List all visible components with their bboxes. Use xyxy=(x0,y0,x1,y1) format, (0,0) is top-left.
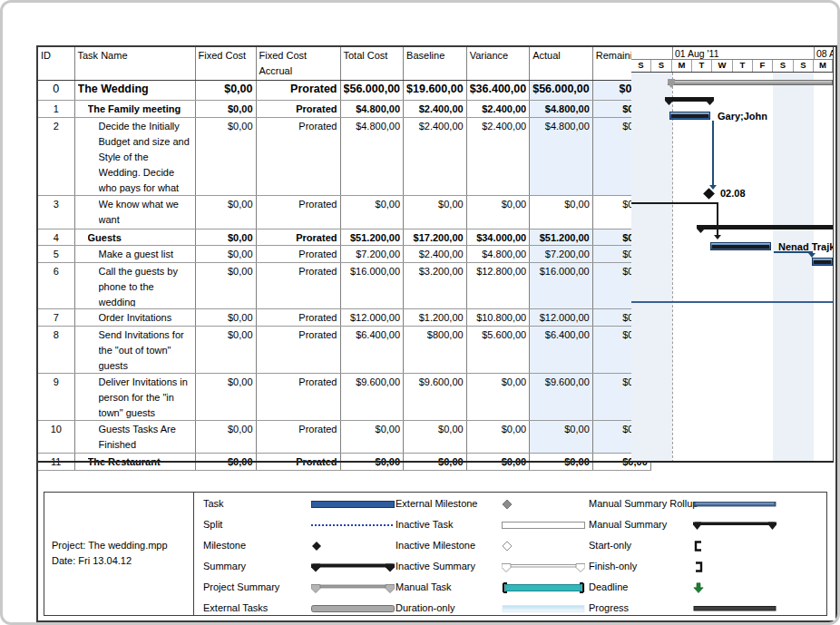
deadline-icon xyxy=(693,581,777,591)
manual-summary-rollup-icon xyxy=(693,497,777,508)
task-row-5: 5Make a guest list$0,00Prorated$7.200,00… xyxy=(38,246,650,263)
cell-actual: $4.800,00 xyxy=(530,101,593,118)
task-icon xyxy=(311,497,395,508)
cell-total: $9.600,00 xyxy=(340,374,404,421)
progress-bar xyxy=(671,114,708,118)
column-header-variance: Variance xyxy=(466,47,530,81)
summary-bar xyxy=(669,97,710,102)
cell-id: 5 xyxy=(38,246,74,263)
cell-name: Decide the Initially Budget and size and… xyxy=(74,118,195,196)
finish-only-icon xyxy=(693,560,777,571)
cell-actual: $0,00 xyxy=(530,421,593,454)
task-row-8: 8Send Invitations for the "out of town" … xyxy=(38,327,650,374)
day-label: T xyxy=(733,60,753,72)
cell-accrual: Prorated xyxy=(256,81,340,101)
progress-bar xyxy=(814,260,831,264)
summary-end-pendant xyxy=(706,97,714,105)
progress-bar xyxy=(712,245,769,249)
summary-bar xyxy=(700,225,833,229)
cell-accrual: Prorated xyxy=(256,246,340,263)
cell-baseline: $0,00 xyxy=(404,421,467,454)
cell-id: 10 xyxy=(38,421,74,454)
cell-fixed_cost: $0,00 xyxy=(195,229,256,246)
status-date-line xyxy=(672,73,673,463)
cell-total: $0,00 xyxy=(340,196,404,229)
cell-fixed_cost: $0,00 xyxy=(195,421,256,454)
legend-label-manual_task: Manual Task xyxy=(396,581,452,592)
split-icon xyxy=(311,518,395,529)
legend-label-external_tasks: External Tasks xyxy=(203,602,268,613)
project-sheet: IDTask NameFixed CostFixed Cost AccrualT… xyxy=(36,45,837,622)
task-bar xyxy=(710,242,771,250)
cell-fixed_cost: $0,00 xyxy=(195,246,256,263)
cell-total: $6.400,00 xyxy=(340,327,404,374)
column-header-total: Total Cost xyxy=(340,47,404,81)
cell-actual: $9.600,00 xyxy=(530,374,593,421)
cell-baseline: $19.600,00 xyxy=(404,81,467,101)
timescale-days: SSMTWTFSSM xyxy=(631,60,833,73)
task-row-10: 10Guests Tasks Are Finished$0,00Prorated… xyxy=(38,421,650,454)
weekend-shading xyxy=(773,73,814,463)
day-label: F xyxy=(753,60,773,72)
cell-baseline: $2.400,00 xyxy=(404,101,467,118)
header-row: IDTask NameFixed CostFixed Cost AccrualT… xyxy=(38,47,650,81)
manual-summary-icon xyxy=(693,518,777,529)
cell-total: $12.000,00 xyxy=(340,309,404,327)
legend-label-milestone: Milestone xyxy=(203,540,246,551)
cell-actual: $6.400,00 xyxy=(530,327,593,374)
legend-label-duration_only: Duration-only xyxy=(396,602,454,613)
legend-label-external_milestone: External Milestone xyxy=(396,498,478,509)
cell-baseline: $800,00 xyxy=(404,327,467,374)
task-row-1: 1The Family meeting$0,00Prorated$4.800,0… xyxy=(38,101,650,118)
gantt-chart: 01 Aug '1108 Aug '11SSMTWTFSSMGary;John0… xyxy=(631,47,834,463)
legend-label-deadline: Deadline xyxy=(589,581,628,592)
milestone-icon xyxy=(311,539,395,550)
cell-variance: $34.000,00 xyxy=(466,229,530,246)
cell-total: $4.800,00 xyxy=(340,118,404,196)
cell-fixed_cost: $0,00 xyxy=(195,118,256,196)
table-bottom-border xyxy=(38,461,834,463)
task-row-4: 4Guests$0,00Prorated$51.200,00$17.200,00… xyxy=(38,229,650,246)
start-only-icon xyxy=(693,539,777,550)
cell-variance: $0,00 xyxy=(466,196,530,229)
task-row-3: 3We know what we want$0,00Prorated$0,00$… xyxy=(38,196,650,229)
cell-actual: $0,00 xyxy=(530,196,593,229)
cell-baseline: $0,00 xyxy=(404,196,467,229)
manual-task-icon xyxy=(502,581,585,591)
cell-name: The Wedding xyxy=(74,81,195,101)
cell-variance: $36.400,00 xyxy=(466,81,530,101)
weekend-shading xyxy=(631,73,672,463)
dependency-arrow xyxy=(714,235,721,239)
legend-label-summary: Summary xyxy=(203,561,246,571)
cell-accrual: Prorated xyxy=(256,263,340,309)
cell-total: $0,00 xyxy=(340,421,404,454)
project-info: Project: The wedding.mpp Date: Fri 13.04… xyxy=(52,538,168,569)
cell-fixed_cost: $0,00 xyxy=(195,81,256,101)
cell-name: Deliver Invitations in person for the "i… xyxy=(74,374,195,421)
cell-name: We know what we want xyxy=(74,196,195,229)
cell-id: 9 xyxy=(38,374,74,421)
bar-label: 02.08 xyxy=(720,188,746,199)
task-row-0: 0The Wedding$0,00Prorated$56.000,00$19.6… xyxy=(38,81,650,101)
external-tasks-icon xyxy=(311,601,395,612)
week-label: 01 Aug '11 xyxy=(675,48,719,59)
cell-actual: $4.800,00 xyxy=(530,118,593,196)
milestone-diamond xyxy=(703,188,715,200)
cell-baseline: $17.200,00 xyxy=(404,229,467,246)
cell-name: The Family meeting xyxy=(74,101,195,118)
cell-fixed_cost: $0,00 xyxy=(195,101,256,118)
legend-label-inactive_task: Inactive Task xyxy=(396,519,453,530)
day-label: T xyxy=(692,60,712,72)
column-header-name: Task Name xyxy=(74,47,195,81)
timescale-weeks: 01 Aug '1108 Aug '11 xyxy=(631,47,833,60)
dependency-arrow xyxy=(808,253,816,258)
report-date: Date: Fri 13.04.12 xyxy=(52,553,168,569)
task-row-7: 7Order Invitations$0,00Prorated$12.000,0… xyxy=(38,309,650,327)
dependency-line xyxy=(631,301,833,303)
cell-actual: $51.200,00 xyxy=(530,229,593,246)
cell-fixed_cost: $0,00 xyxy=(195,196,256,229)
summary-icon xyxy=(311,560,395,571)
legend-label-start_only: Start-only xyxy=(589,540,631,551)
cell-fixed_cost: $0,00 xyxy=(195,309,256,327)
cell-name: Send Invitations for the "out of town" g… xyxy=(74,327,195,374)
